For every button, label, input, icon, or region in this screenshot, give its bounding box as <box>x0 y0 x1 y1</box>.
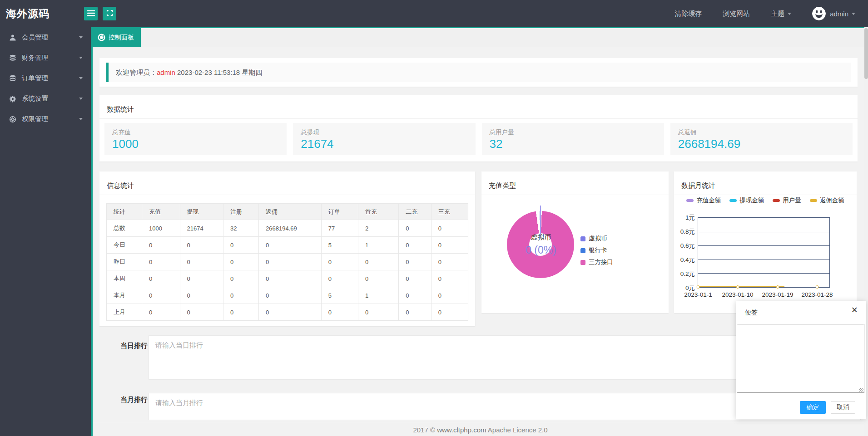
sidebar-item-3[interactable]: 系统设置 <box>0 88 91 109</box>
table-cell: 0 <box>259 270 322 287</box>
clear-cache-link[interactable]: 清除缓存 <box>675 10 702 18</box>
table-cell: 0 <box>259 237 322 254</box>
sidebar-item-2[interactable]: 订单管理 <box>0 68 91 88</box>
line-legend-item-3[interactable]: 返佣金额 <box>810 196 844 205</box>
chevron-down-icon <box>852 13 855 15</box>
table-cell: 0 <box>142 270 180 287</box>
chevron-down-icon <box>79 118 83 120</box>
sidebar-item-label: 会员管理 <box>22 33 48 42</box>
divider <box>99 118 858 119</box>
table-cell: 0 <box>259 287 322 304</box>
footer-licence: Apache Licence 2.0 <box>486 426 548 434</box>
table-cell: 0 <box>223 254 259 270</box>
stats-section-card: 数据统计 总充值1000总提现21674总用户量32总返佣2668194.69 <box>99 95 858 162</box>
note-title: 便签 <box>745 309 758 317</box>
table-cell: 32 <box>223 220 259 237</box>
stat-card-2: 总用户量32 <box>482 123 664 155</box>
table-cell: 0 <box>358 270 398 287</box>
table-cell: 0 <box>142 237 180 254</box>
y-axis-tick: 0.4元 <box>674 256 695 263</box>
gridline <box>698 232 829 232</box>
table-cell: 0 <box>180 270 223 287</box>
table-cell: 0 <box>399 237 432 254</box>
table-cell: 0 <box>358 254 398 270</box>
divider <box>481 195 669 195</box>
divider <box>674 195 857 195</box>
legend-label: 返佣金额 <box>820 196 844 205</box>
data-point-marker <box>697 285 700 289</box>
theme-dropdown[interactable]: 主题 <box>771 10 791 18</box>
pie-legend-item-2[interactable]: 三方接口 <box>580 258 613 266</box>
legend-label: 充值金额 <box>696 196 721 205</box>
table-row: 上月00000000 <box>107 304 468 321</box>
collapse-sidebar-button[interactable] <box>84 7 98 20</box>
legend-swatch <box>729 199 737 202</box>
table-cell: 0 <box>399 254 432 270</box>
table-cell: 0 <box>142 254 180 270</box>
pie-legend-item-0[interactable]: 虚拟币 <box>580 235 613 243</box>
table-cell: 昨日 <box>107 254 142 270</box>
pie-center-label: 虚拟币 <box>527 233 555 242</box>
cancel-button[interactable]: 取消 <box>831 401 855 414</box>
line-legend-item-2[interactable]: 用户量 <box>773 196 801 205</box>
fullscreen-icon <box>106 10 113 18</box>
sidebar-item-label: 系统设置 <box>22 94 48 103</box>
gridline <box>698 273 829 274</box>
sidebar-item-1[interactable]: 财务管理 <box>0 48 91 68</box>
note-textarea[interactable] <box>737 324 864 393</box>
line-legend-item-1[interactable]: 提现金额 <box>729 196 764 205</box>
user-dropdown[interactable]: admin <box>812 7 855 20</box>
divider <box>99 195 475 195</box>
tab-control-panel[interactable]: 控制面板 <box>91 28 141 47</box>
table-header-cell: 充值 <box>142 204 180 220</box>
confirm-button[interactable]: 确定 <box>800 401 826 414</box>
stat-label: 总充值 <box>112 128 131 137</box>
welcome-admin-name: admin <box>157 69 175 76</box>
stat-card-3: 总返佣2668194.69 <box>670 123 853 155</box>
stat-value: 21674 <box>301 137 333 151</box>
info-section-title: 信息统计 <box>107 181 134 190</box>
footer: 2017 © www.cltphp.com Apache Licence 2.0 <box>93 423 868 436</box>
username-label: admin <box>830 10 848 18</box>
welcome-prefix: 欢迎管理员： <box>116 69 157 76</box>
footer-site-link[interactable]: www.cltphp.com <box>437 426 486 434</box>
month-stats-card: 数据月统计 充值金额提现金额用户量返佣金额 1元0.8元0.6元0.4元0.2元… <box>674 171 857 313</box>
pie-center-value: 0 (0%) <box>516 244 566 256</box>
close-icon[interactable]: × <box>852 305 858 315</box>
line-legend-item-0[interactable]: 充值金额 <box>686 196 721 205</box>
y-axis-tick: 1元 <box>674 214 695 221</box>
legend-swatch <box>773 199 780 202</box>
table-row: 本月00005100 <box>107 287 468 304</box>
welcome-banner: 欢迎管理员：admin 2023-02-23 11:53:18 星期四 <box>106 63 851 82</box>
fullscreen-button[interactable] <box>103 7 116 20</box>
theme-label: 主题 <box>771 10 784 18</box>
legend-swatch <box>810 199 817 202</box>
sidebar-item-0[interactable]: 会员管理 <box>0 27 91 48</box>
chevron-down-icon <box>79 36 83 39</box>
dashboard-page: 海外源码 清除缓存 浏览网站 主题 admin <box>0 0 868 436</box>
data-point-marker <box>815 285 818 289</box>
statistics-table: 统计充值提现注册返佣订单首充二充三充 总数100021674322668194.… <box>106 203 468 321</box>
pie-legend-item-1[interactable]: 银行卡 <box>580 246 613 255</box>
legend-label: 用户量 <box>783 196 801 205</box>
table-header-cell: 三充 <box>431 204 468 220</box>
scrollbar-thumb[interactable] <box>864 28 868 79</box>
browse-site-link[interactable]: 浏览网站 <box>723 10 750 18</box>
sidebar-item-4[interactable]: 权限管理 <box>0 109 91 129</box>
table-cell: 0 <box>399 270 432 287</box>
y-axis-tick: 0.2元 <box>674 270 695 277</box>
table-cell: 总数 <box>107 220 142 237</box>
stat-value: 1000 <box>112 137 139 151</box>
daily-rank-label: 当日排行 <box>120 342 148 350</box>
table-cell: 0 <box>431 237 468 254</box>
table-cell: 0 <box>399 304 432 321</box>
y-axis-tick: 0.6元 <box>674 242 695 249</box>
x-axis-tick: 2023-01-19 <box>757 291 798 298</box>
resize-grip[interactable] <box>859 388 863 392</box>
table-cell: 0 <box>399 220 432 237</box>
table-cell: 5 <box>321 287 358 304</box>
table-cell: 2668194.69 <box>259 220 322 237</box>
table-header-cell: 注册 <box>223 204 259 220</box>
data-point-marker <box>776 285 779 289</box>
table-cell: 77 <box>321 220 358 237</box>
